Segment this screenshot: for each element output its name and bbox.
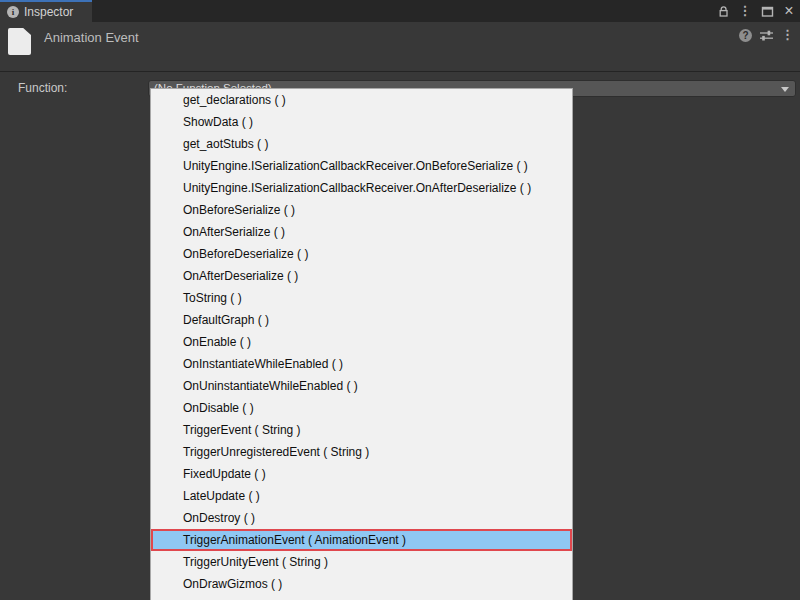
tab-inspector[interactable]: i Inspector	[0, 0, 92, 22]
presets-icon[interactable]	[759, 29, 774, 42]
function-menu-item[interactable]: ToString ( )	[151, 287, 572, 309]
function-menu-item[interactable]: OnUninstantiateWhileEnabled ( )	[151, 375, 572, 397]
component-header: Animation Event ? ⋮	[0, 22, 800, 72]
function-menu-item[interactable]: OnDrawGizmos ( )	[151, 573, 572, 595]
kebab-menu-icon[interactable]: ⋮	[738, 4, 752, 18]
component-title: Animation Event	[44, 30, 139, 45]
info-icon: i	[7, 6, 19, 18]
function-dropdown-popup: get_declarations ( ) ShowData ( ) get_ao…	[150, 88, 573, 600]
help-icon[interactable]: ?	[739, 29, 752, 42]
function-field-label: Function:	[18, 81, 67, 95]
close-icon[interactable]: ×	[782, 4, 796, 18]
script-asset-icon	[8, 28, 31, 55]
inspector-window: i Inspector ⋮ × Animation Event	[0, 0, 800, 600]
function-menu-item[interactable]: OnBeforeSerialize ( )	[151, 199, 572, 221]
function-menu-item[interactable]: TriggerAnimationEvent ( AnimationEvent )	[151, 529, 572, 551]
function-menu-item[interactable]: OnEnable ( )	[151, 331, 572, 353]
function-menu-item[interactable]: TriggerEvent ( String )	[151, 419, 572, 441]
function-menu-item[interactable]: TriggerUnityEvent ( String )	[151, 551, 572, 573]
chevron-down-icon	[781, 87, 789, 92]
function-menu-item[interactable]: get_aotStubs ( )	[151, 133, 572, 155]
function-menu-item[interactable]: ShowData ( )	[151, 111, 572, 133]
function-menu-item[interactable]: OnAfterDeserialize ( )	[151, 265, 572, 287]
unlock-icon[interactable]	[716, 4, 730, 18]
header-actions: ? ⋮	[739, 28, 794, 42]
function-menu-item[interactable]: OnBeforeDeserialize ( )	[151, 243, 572, 265]
function-menu-item[interactable]: UnityEngine.ISerializationCallbackReceiv…	[151, 155, 572, 177]
function-menu-item[interactable]: UnityEngine.ISerializationCallbackReceiv…	[151, 177, 572, 199]
tab-label: Inspector	[24, 5, 73, 19]
window-controls: ⋮ ×	[716, 0, 796, 22]
kebab-menu-icon[interactable]: ⋮	[781, 28, 794, 42]
tab-bar: i Inspector ⋮ ×	[0, 0, 800, 22]
function-menu-item[interactable]: DefaultGraph ( )	[151, 309, 572, 331]
function-menu-item[interactable]: FixedUpdate ( )	[151, 463, 572, 485]
function-menu-item[interactable]: OnAfterSerialize ( )	[151, 221, 572, 243]
function-menu-item[interactable]: OnDestroy ( )	[151, 507, 572, 529]
function-menu-item[interactable]: LateUpdate ( )	[151, 485, 572, 507]
function-menu-item[interactable]: OnDisable ( )	[151, 397, 572, 419]
maximize-icon[interactable]	[760, 4, 774, 18]
function-menu-item[interactable]: OnInstantiateWhileEnabled ( )	[151, 353, 572, 375]
function-menu-item[interactable]: TriggerUnregisteredEvent ( String )	[151, 441, 572, 463]
function-menu-item[interactable]: get_declarations ( )	[151, 89, 572, 111]
